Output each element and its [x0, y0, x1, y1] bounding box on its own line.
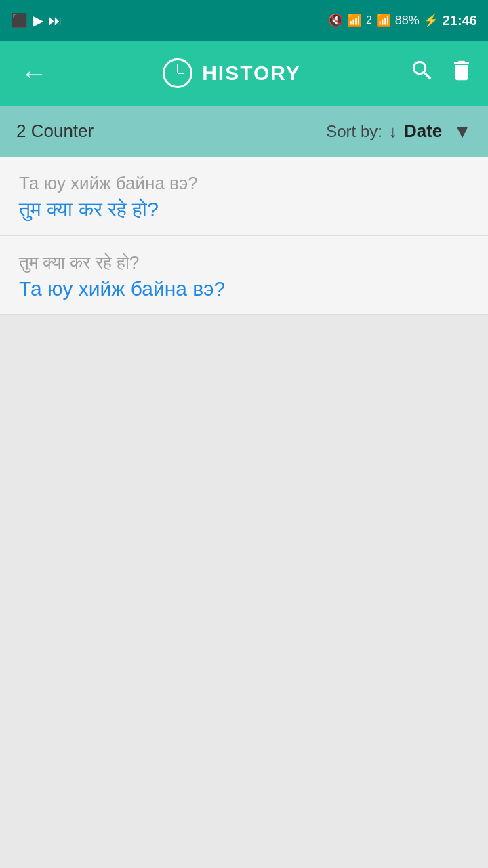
- history-item-translation-text: तुम क्या कर रहे हो?: [19, 198, 469, 222]
- clock-time: 21:46: [443, 13, 477, 28]
- status-bar: ⬛ ▶ ⏭ 🔇 📶 2 📶 88% ⚡ 21:46: [0, 0, 488, 41]
- wifi-icon: 📶: [347, 13, 362, 28]
- page-title: HISTORY: [202, 62, 301, 85]
- play-icon: ▶: [33, 12, 43, 28]
- back-arrow-icon: ←: [20, 60, 47, 87]
- status-bar-left: ⬛ ▶ ⏭: [11, 12, 62, 28]
- skip-icon: ⏭: [49, 13, 62, 28]
- screenshot-icon: ⬛: [11, 12, 28, 28]
- sort-by-label: Sort by:: [326, 122, 382, 141]
- history-list: Та юу хийж байна вэ? तुम क्या कर रहे हो?…: [0, 157, 488, 315]
- app-bar-actions: [409, 58, 474, 89]
- sort-bar: 2 Counter Sort by: ↓ Date ▼: [0, 106, 488, 157]
- dropdown-chevron-icon[interactable]: ▼: [453, 121, 472, 142]
- battery-icon: ⚡: [424, 13, 439, 28]
- history-clock-icon: [163, 58, 192, 88]
- search-button[interactable]: [409, 58, 435, 89]
- sort-value: Date: [404, 121, 442, 142]
- battery-percent: 88%: [395, 14, 420, 28]
- sort-section[interactable]: Sort by: ↓ Date ▼: [326, 121, 472, 142]
- status-bar-right: 🔇 📶 2 📶 88% ⚡ 21:46: [328, 13, 477, 28]
- history-item-source-text: तुम क्या कर रहे हो?: [19, 252, 469, 273]
- counter-label: 2 Counter: [16, 121, 326, 142]
- history-item[interactable]: तुम क्या कर रहे हो? Та юу хийж байна вэ?: [0, 236, 488, 315]
- delete-button[interactable]: [449, 58, 474, 89]
- sort-direction-icon: ↓: [389, 122, 397, 141]
- app-bar-title-section: HISTORY: [54, 58, 409, 88]
- app-bar: ← HISTORY: [0, 41, 488, 106]
- back-button[interactable]: ←: [14, 60, 54, 87]
- sim-icon: 2: [366, 14, 372, 26]
- history-item[interactable]: Та юу хийж байна вэ? तुम क्या कर रहे हो?: [0, 157, 488, 236]
- history-item-source-text: Та юу хийж байна вэ?: [19, 173, 469, 194]
- signal-icon: 📶: [376, 13, 391, 28]
- empty-content-area: [0, 315, 488, 868]
- history-item-translation-text: Та юу хийж байна вэ?: [19, 277, 469, 300]
- mute-icon: 🔇: [328, 13, 343, 28]
